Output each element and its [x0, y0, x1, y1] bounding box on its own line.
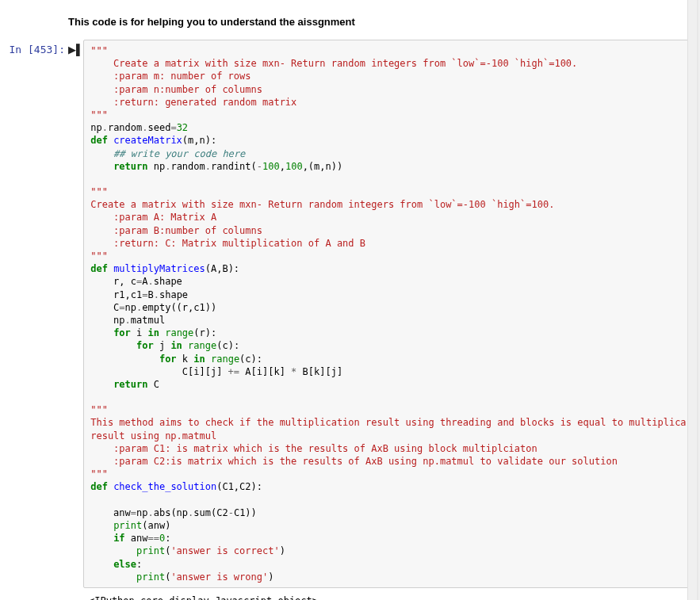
- input-prompt: In [453]:: [0, 40, 68, 588]
- code-input[interactable]: """ Create a matrix with size mxn- Retur…: [83, 40, 692, 588]
- markdown-header: This code is for helping you to understa…: [0, 8, 692, 40]
- code-cell: In [453]: ▶▌ """ Create a matrix with si…: [0, 40, 692, 588]
- cell-output: <IPython.core.display.Javascript object>: [82, 591, 692, 600]
- output-cell: <IPython.core.display.Javascript object>: [0, 591, 692, 600]
- notebook-container: This code is for helping you to understa…: [0, 0, 700, 600]
- run-cell-icon[interactable]: ▶▌: [68, 44, 83, 55]
